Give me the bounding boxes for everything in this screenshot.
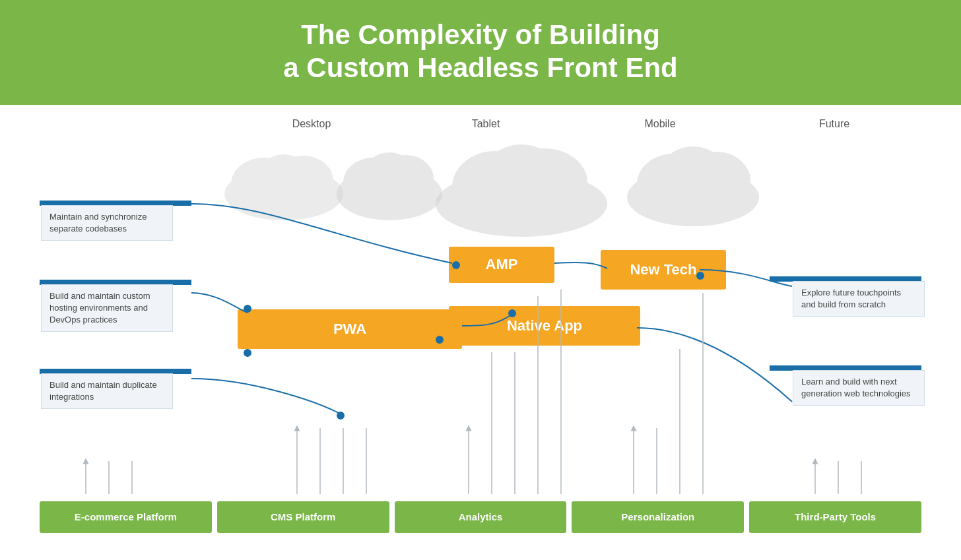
info-box-5: Learn and build with next generation web… (793, 370, 925, 406)
dot-7 (696, 272, 704, 280)
header: The Complexity of Building a Custom Head… (0, 0, 961, 105)
amp-box: AMP (449, 247, 554, 283)
dot-1 (244, 305, 251, 313)
col-tablet: Tablet (436, 118, 535, 130)
info-box-2: Build and maintain custom hosting enviro… (41, 284, 173, 332)
new-tech-box: New Tech (601, 250, 726, 290)
dot-3 (452, 261, 460, 269)
svg-point-11 (483, 144, 560, 208)
column-headers: Desktop Tablet Mobile Future (224, 118, 921, 130)
green-box-cms: CMS Platform (217, 501, 389, 533)
main-content: Desktop Tablet Mobile Future Mai (0, 105, 961, 533)
cloud-mobile (429, 131, 614, 237)
svg-point-7 (364, 152, 414, 196)
dot-4 (508, 309, 516, 317)
col-desktop: Desktop (262, 118, 361, 130)
green-box-personalization: Personalization (572, 501, 744, 533)
info-box-1: Maintain and synchronize separate codeba… (41, 205, 173, 241)
col-mobile: Mobile (611, 118, 710, 130)
pwa-box: PWA (238, 309, 462, 349)
col-future: Future (785, 118, 884, 130)
svg-point-3 (257, 154, 310, 201)
native-app-box: Native App (449, 306, 640, 346)
svg-point-15 (660, 146, 726, 202)
green-box-thirdparty: Third-Party Tools (749, 501, 921, 533)
title-line1: The Complexity of Building (301, 19, 660, 50)
bottom-boxes: E-commerce Platform CMS Platform Analyti… (40, 501, 921, 533)
green-box-analytics: Analytics (395, 501, 567, 533)
dot-2 (244, 349, 251, 357)
dot-5 (337, 412, 345, 420)
title-line2: a Custom Headless Front End (283, 52, 677, 83)
dot-6 (436, 336, 444, 344)
info-box-3: Build and maintain duplicate integration… (41, 373, 173, 409)
green-box-ecommerce: E-commerce Platform (40, 501, 212, 533)
cloud-future (620, 135, 766, 227)
info-box-4: Explore future touchpoints and build fro… (793, 281, 925, 317)
